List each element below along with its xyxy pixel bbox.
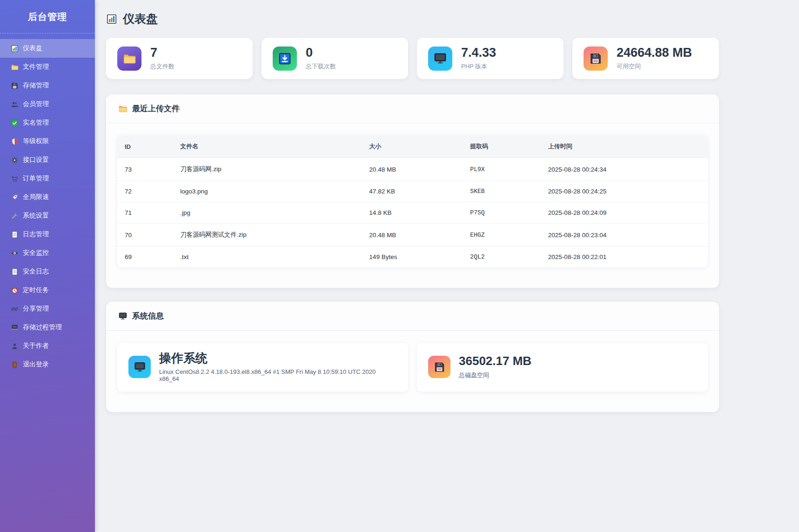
file-size-cell: 149 Bytes [362,246,463,268]
folder-icon [117,47,141,71]
file-name-cell: 刀客源码网测试文件.zip [173,224,362,246]
table-row: 69 .txt 149 Bytes 2QL2 2025-08-28 00:22:… [117,246,708,268]
file-size-cell: 20.48 MB [362,158,463,181]
sidebar-item-log-management[interactable]: 日志管理 [0,225,95,244]
stat-value: 7.4.33 [461,46,496,59]
document-icon [11,231,19,239]
sidebar-item-security-monitor[interactable]: 安全监控 [0,244,95,262]
file-id-cell: 72 [117,181,173,202]
monitor-icon [128,356,151,378]
folder-icon [11,63,19,71]
stat-card: 7 总文件数 [106,38,253,79]
wrench-icon [11,212,19,220]
info-card-subtitle: 总磁盘空间 [459,371,531,379]
file-time-cell: 2025-08-28 00:23:04 [541,224,708,246]
sidebar-item-system-settings[interactable]: 系统设置 [0,206,95,225]
users-icon [11,100,19,108]
col-header-id: ID [117,135,173,158]
stat-value: 0 [306,46,336,59]
monitor-icon [118,312,128,321]
folder-icon [118,104,128,113]
sidebar-item-member-management[interactable]: 会员管理 [0,95,95,113]
file-code-cell: SKEB [463,181,541,202]
file-id-cell: 70 [117,224,173,246]
table-header-row: ID 文件名 大小 提取码 上传时间 [117,135,708,158]
page-title: 仪表盘 [123,11,158,27]
sidebar-item-storage-management[interactable]: 存储管理 [0,76,95,95]
system-info-header: 系统信息 [106,302,719,331]
sidebar-item-api-settings[interactable]: 接口设置 [0,151,95,169]
file-code-cell: EHGZ [463,224,541,246]
table-row: 72 logo3.png 47.82 KB SKEB 2025-08-28 00… [117,181,708,202]
sidebar-item-security-log[interactable]: 安全日志 [0,262,95,281]
stat-card: 24664.88 MB 可用空间 [572,38,719,79]
stat-label: PHP 版本 [461,62,496,71]
admin-app: 后台管理 仪表盘 文件管理 存储管理 会员管理 实名管理 等级权限 接口设置 订… [0,0,799,532]
eye-icon [11,249,19,257]
file-id-cell: 69 [117,246,173,268]
file-time-cell: 2025-08-28 00:24:34 [541,158,708,181]
stat-label: 总文件数 [150,62,175,71]
check-square-icon [11,119,19,127]
table-row: 70 刀客源码网测试文件.zip 20.48 MB EHGZ 2025-08-2… [117,224,708,246]
sidebar-divider [0,33,95,33]
stat-card: 0 总下载次数 [262,38,408,79]
file-time-cell: 2025-08-28 00:24:09 [541,202,708,224]
recent-files-section: 最近上传文件 ID 文件名 大小 提取码 [106,94,719,288]
file-time-cell: 2025-08-28 00:22:01 [541,246,708,268]
sidebar-item-logout[interactable]: 退出登录 [0,355,95,374]
col-header-size: 大小 [362,135,463,158]
laptop-icon [11,324,19,332]
sidebar: 后台管理 仪表盘 文件管理 存储管理 会员管理 实名管理 等级权限 接口设置 订… [0,0,95,532]
file-id-cell: 71 [117,202,173,224]
door-icon [11,361,19,369]
stat-cards-row: 7 总文件数 0 总下载次数 7.4.33 PHP 版本 24664.88 MB… [106,38,719,79]
file-name-cell: 刀客源码网.zip [173,158,362,181]
monitor-icon [428,47,452,71]
col-header-code: 提取码 [463,135,541,158]
clock-icon [11,286,19,294]
sidebar-item-share-management[interactable]: 分享管理 [0,299,95,318]
cart-icon [11,175,19,183]
col-header-name: 文件名 [173,135,362,158]
file-code-cell: PL9X [463,158,541,181]
info-card: 36502.17 MB 总磁盘空间 [417,343,708,391]
system-info-grid: 操作系统 Linux CentOs8.2.2 4.18.0-193.el8.x8… [117,343,708,391]
bar-chart-icon [106,13,117,25]
table-row: 71 .jpg 14.8 KB P7SQ 2025-08-28 00:24:09 [117,202,708,224]
download-icon [273,47,297,71]
file-size-cell: 47.82 KB [362,181,463,202]
person-icon [11,342,19,350]
rocket-icon [11,193,19,201]
file-time-cell: 2025-08-28 00:24:25 [541,181,708,202]
sidebar-item-scheduled-tasks[interactable]: 定时任务 [0,281,95,299]
document-icon [11,268,19,276]
info-card: 操作系统 Linux CentOs8.2.2 4.18.0-193.el8.x8… [117,343,408,391]
main-content: 仪表盘 7 总文件数 0 总下载次数 7.4.33 PHP 版本 24664.8… [95,0,799,532]
sidebar-item-stored-procedure-management[interactable]: 存储过程管理 [0,318,95,337]
file-name-cell: logo3.png [173,181,362,202]
table-row: 73 刀客源码网.zip 20.48 MB PL9X 2025-08-28 00… [117,158,708,181]
link-icon [11,305,19,313]
file-size-cell: 14.8 KB [362,202,463,224]
stat-card: 7.4.33 PHP 版本 [417,38,564,79]
system-info-title: 系统信息 [132,311,164,321]
page-header: 仪表盘 [106,11,719,27]
sidebar-item-realname-management[interactable]: 实名管理 [0,113,95,132]
stat-value: 7 [150,46,175,59]
gear-icon [11,156,19,164]
sidebar-item-file-management[interactable]: 文件管理 [0,58,95,76]
file-name-cell: .txt [173,246,362,268]
file-name-cell: .jpg [173,202,362,224]
sidebar-nav: 仪表盘 文件管理 存储管理 会员管理 实名管理 等级权限 接口设置 订单管理 全… [0,39,95,374]
info-card-title: 操作系统 [159,352,397,365]
sidebar-item-about-author[interactable]: 关于作者 [0,337,95,355]
sidebar-item-level-permission[interactable]: 等级权限 [0,132,95,151]
shield-icon [11,138,19,146]
sidebar-item-global-speed-limit[interactable]: 全局限速 [0,188,95,206]
sidebar-item-dashboard[interactable]: 仪表盘 [0,39,95,58]
info-card-subtitle: Linux CentOs8.2.2 4.18.0-193.el8.x86_64 … [159,368,397,382]
stat-value: 24664.88 MB [617,46,692,59]
sidebar-item-order-management[interactable]: 订单管理 [0,169,95,188]
stat-label: 可用空间 [617,62,692,71]
